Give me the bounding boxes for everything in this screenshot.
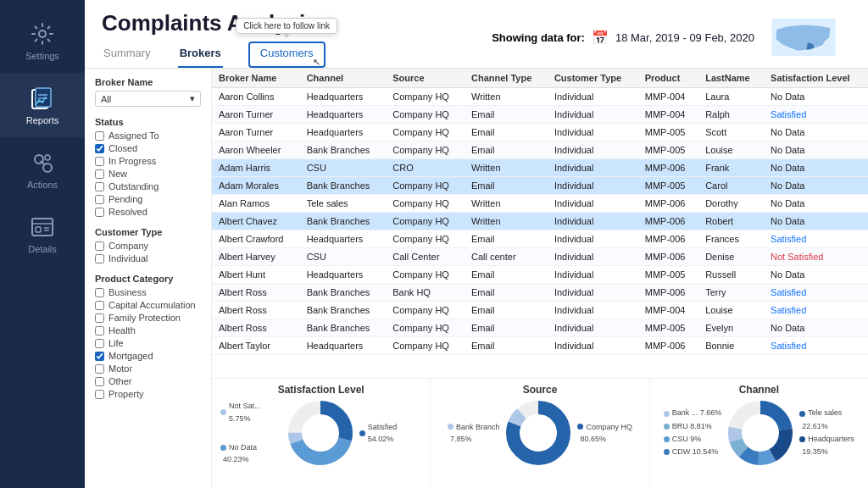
- table-cell: Individual: [548, 266, 638, 284]
- col-source: Source: [386, 69, 465, 88]
- table-row[interactable]: Albert HuntHeadquartersCompany HQEmailIn…: [212, 266, 868, 284]
- table-cell: Email: [465, 284, 548, 302]
- status-closed[interactable]: Closed: [95, 143, 201, 153]
- table-cell: Company HQ: [386, 141, 465, 159]
- table-row[interactable]: Aaron CollinsHeadquartersCompany HQWritt…: [212, 88, 868, 106]
- pcat-family[interactable]: Family Protection: [95, 313, 201, 323]
- table-cell: Headquarters: [300, 337, 387, 355]
- table-cell: Aaron Turner: [212, 124, 300, 141]
- table-cell: MMP-006: [638, 248, 698, 266]
- pcat-mortgaged[interactable]: Mortgaged: [95, 351, 201, 361]
- brokers-table: Broker Name Channel Source Channel Type …: [212, 69, 868, 355]
- table-cell: Company HQ: [386, 106, 465, 124]
- table-cell: Individual: [548, 230, 638, 248]
- table-cell: MMP-005: [638, 177, 698, 195]
- status-label: Status: [95, 117, 201, 127]
- table-row[interactable]: Alan RamosTele salesCompany HQWrittenInd…: [212, 195, 868, 213]
- table-cell: No Data: [764, 213, 868, 230]
- channel-donut-area: Bank ... 7.66% BRU 8.81% CSU 9% CDW 10.5…: [659, 399, 860, 467]
- svg-rect-2: [36, 88, 51, 107]
- table-row[interactable]: Albert HarveyCSUCall CenterCall centerIn…: [212, 248, 868, 266]
- table-row[interactable]: Albert RossBank BranchesCompany HQEmailI…: [212, 302, 868, 319]
- table-row[interactable]: Albert TaylorHeadquartersCompany HQEmail…: [212, 337, 868, 355]
- table-cell: Bank Branches: [300, 141, 387, 159]
- table-cell: Albert Crawford: [212, 230, 300, 248]
- status-new[interactable]: New: [95, 169, 201, 179]
- table-row[interactable]: Albert ChavezBank BranchesCompany HQWrit…: [212, 213, 868, 230]
- source-labels: Bank Branch 7.85%: [448, 421, 500, 446]
- table-row[interactable]: Aaron WheelerBank BranchesCompany HQEmai…: [212, 141, 868, 159]
- status-pending[interactable]: Pending: [95, 194, 201, 204]
- table-row[interactable]: Albert CrawfordHeadquartersCompany HQEma…: [212, 230, 868, 248]
- pcat-motor[interactable]: Motor: [95, 363, 201, 374]
- table-cell: Individual: [548, 319, 638, 337]
- pcat-property[interactable]: Property: [95, 389, 201, 399]
- table-cell: Individual: [548, 213, 638, 230]
- table-cell: MMP-005: [638, 141, 698, 159]
- channel-donut-svg: [726, 399, 794, 467]
- table-cell: Laura: [698, 88, 764, 106]
- svg-point-8: [45, 155, 50, 160]
- table-cell: Scott: [698, 124, 764, 141]
- col-channel: Channel: [300, 69, 387, 88]
- table-row[interactable]: Adam MoralesBank BranchesCompany HQEmail…: [212, 177, 868, 195]
- sidebar-item-reports[interactable]: Reports: [0, 73, 85, 137]
- svg-rect-11: [36, 227, 41, 232]
- broker-name-dropdown[interactable]: All ▾: [95, 91, 201, 107]
- table-cell: Albert Chavez: [212, 213, 300, 230]
- table-cell: MMP-005: [638, 319, 698, 337]
- table-row[interactable]: Aaron TurnerHeadquartersCompany HQEmailI…: [212, 106, 868, 124]
- pcat-other[interactable]: Other: [95, 376, 201, 386]
- table-cell: Written: [465, 159, 548, 177]
- status-outstanding[interactable]: Outstanding: [95, 181, 201, 191]
- table-cell: Email: [465, 319, 548, 337]
- table-row[interactable]: Adam HarrisCSUCROWrittenIndividualMMP-00…: [212, 159, 868, 177]
- table-cell: Individual: [548, 284, 638, 302]
- pcat-business[interactable]: Business: [95, 287, 201, 297]
- table-cell: Email: [465, 177, 548, 195]
- table-cell: Email: [465, 141, 548, 159]
- status-resolved[interactable]: Resolved: [95, 207, 201, 217]
- table-cell: Individual: [548, 106, 638, 124]
- pcat-life[interactable]: Life: [95, 338, 201, 348]
- table-cell: Denise: [698, 248, 764, 266]
- table-cell: Aaron Turner: [212, 106, 300, 124]
- table-cell: Company HQ: [386, 124, 465, 141]
- sidebar-item-details[interactable]: Details: [0, 202, 85, 266]
- table-row[interactable]: Albert RossBank BranchesCompany HQEmailI…: [212, 319, 868, 337]
- sidebar-label-actions: Actions: [27, 180, 58, 190]
- tab-customers[interactable]: Click here to follow link Customers ↖: [248, 42, 326, 68]
- table-cell: Individual: [548, 248, 638, 266]
- broker-name-label: Broker Name: [95, 77, 201, 87]
- pcat-capital[interactable]: Capital Accumulation: [95, 300, 201, 310]
- table-cell: Individual: [548, 88, 638, 106]
- ctype-individual[interactable]: Individual: [95, 253, 201, 263]
- ctype-company[interactable]: Company: [95, 241, 201, 251]
- status-in-progress[interactable]: In Progress: [95, 156, 201, 166]
- table-cell: Carol: [698, 177, 764, 195]
- data-table-container[interactable]: Broker Name Channel Source Channel Type …: [212, 69, 868, 378]
- table-cell: Company HQ: [386, 195, 465, 213]
- charts-area: Satisfaction Level Not Sat... 5.75% No D…: [212, 378, 868, 488]
- source-chart-title: Source: [523, 384, 558, 396]
- product-category-label: Product Category: [95, 274, 201, 284]
- table-row[interactable]: Aaron TurnerHeadquartersCompany HQEmailI…: [212, 124, 868, 141]
- table-cell: MMP-006: [638, 159, 698, 177]
- calendar-icon: 📅: [592, 30, 609, 46]
- table-cell: MMP-005: [638, 124, 698, 141]
- sidebar-item-actions[interactable]: Actions: [0, 137, 85, 202]
- main-content: Complaints Analysis Summary Brokers Clic…: [85, 0, 868, 488]
- table-cell: Ralph: [698, 106, 764, 124]
- table-row[interactable]: Albert RossBank BranchesBank HQEmailIndi…: [212, 284, 868, 302]
- table-cell: MMP-006: [638, 230, 698, 248]
- status-assigned-to[interactable]: Assigned To: [95, 130, 201, 141]
- table-cell: Evelyn: [698, 319, 764, 337]
- table-cell: Albert Hunt: [212, 266, 300, 284]
- tab-summary[interactable]: Summary: [102, 42, 153, 68]
- table-cell: Russell: [698, 266, 764, 284]
- sidebar-item-settings[interactable]: Settings: [0, 8, 85, 73]
- table-cell: Frances: [698, 230, 764, 248]
- pcat-health[interactable]: Health: [95, 325, 201, 336]
- table-cell: MMP-006: [638, 213, 698, 230]
- tab-brokers[interactable]: Brokers: [178, 42, 223, 68]
